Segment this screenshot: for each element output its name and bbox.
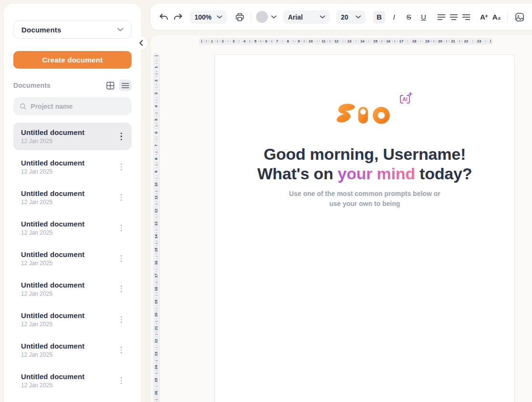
printer-icon	[235, 12, 245, 22]
undo-button[interactable]	[157, 11, 170, 23]
svg-text:AI: AI	[402, 96, 408, 102]
search-box[interactable]	[13, 97, 132, 115]
document-texts: Untitled document 12 Jan 2025	[21, 250, 84, 267]
zoom-dropdown[interactable]: 100%	[190, 10, 227, 24]
italic-button[interactable]: I	[388, 11, 400, 23]
document-page[interactable]: AI Good morning, Username! What's on you…	[215, 54, 515, 402]
greeting-line1: Good morning, Username!	[215, 144, 514, 164]
strikethrough-button[interactable]: S	[403, 11, 415, 23]
align-right-icon	[462, 14, 471, 21]
document-date: 12 Jan 2025	[21, 260, 84, 267]
document-title: Untitled document	[21, 311, 84, 320]
document-date: 12 Jan 2025	[21, 199, 84, 206]
greeting-line2: What's on your mind today?	[215, 164, 514, 184]
chevron-down-icon	[217, 15, 222, 19]
kebab-menu-icon[interactable]	[118, 223, 125, 233]
document-date: 12 Jan 2025	[21, 168, 84, 175]
ai-badge-icon: AI	[398, 92, 412, 106]
document-list-item[interactable]: Untitled document 12 Jan 2025	[13, 306, 132, 333]
kebab-menu-icon[interactable]	[118, 253, 125, 264]
text-color-dropdown[interactable]	[256, 11, 276, 23]
view-toggles	[104, 80, 132, 91]
font-size-value: 20	[341, 13, 348, 21]
zoom-value: 100%	[194, 13, 212, 21]
document-list-item[interactable]: Untitled document 12 Jan 2025	[13, 367, 132, 394]
document-title: Untitled document	[21, 220, 84, 228]
document-texts: Untitled document 12 Jan 2025	[21, 159, 84, 175]
document-texts: Untitled document 12 Jan 2025	[21, 311, 84, 328]
document-date: 12 Jan 2025	[21, 290, 84, 297]
document-date: 12 Jan 2025	[21, 138, 84, 144]
document-list-item[interactable]: Untitled document 12 Jan 2025	[13, 275, 132, 303]
document-list-item[interactable]: Untitled document 12 Jan 2025	[13, 184, 132, 211]
document-list-item[interactable]: Untitled document 12 Jan 2025	[13, 214, 132, 242]
document-list-item[interactable]: Untitled document 12 Jan 2025	[13, 153, 132, 181]
align-center-icon	[450, 14, 458, 21]
kebab-menu-icon[interactable]	[118, 162, 125, 172]
kebab-menu-icon[interactable]	[118, 131, 125, 142]
greeting-subtitle: Use one of the most common prompts below…	[215, 189, 514, 209]
documents-type-dropdown-label: Documents	[21, 26, 61, 34]
documents-type-dropdown[interactable]: Documents	[13, 21, 132, 39]
bold-button[interactable]: B	[373, 11, 385, 23]
underline-button[interactable]: U	[418, 11, 430, 23]
font-family-value: Arial	[288, 13, 303, 21]
kebab-menu-icon[interactable]	[118, 375, 125, 386]
document-date: 12 Jan 2025	[21, 229, 84, 236]
document-texts: Untitled document 12 Jan 2025	[21, 342, 84, 358]
zio-logo: AI	[335, 100, 394, 125]
document-title: Untitled document	[21, 281, 84, 289]
search-input[interactable]	[31, 103, 125, 110]
chevron-down-icon	[117, 28, 123, 31]
redo-icon	[173, 13, 183, 21]
font-size-dropdown[interactable]: 20	[336, 10, 366, 24]
create-document-button[interactable]: Create document	[13, 51, 132, 69]
redo-button[interactable]	[172, 11, 184, 23]
list-view-icon	[122, 82, 129, 89]
document-title: Untitled document	[21, 159, 84, 167]
print-button[interactable]	[234, 11, 246, 23]
document-title: Untitled document	[21, 342, 84, 350]
documents-section-label: Documents	[13, 82, 51, 89]
sidebar-collapse-button[interactable]	[134, 36, 148, 50]
document-title: Untitled document	[21, 189, 84, 197]
chevron-down-icon	[356, 15, 361, 19]
editor-canvas: 1234567891011121314151617181920212223 12…	[151, 35, 532, 402]
align-center-button[interactable]	[448, 11, 460, 23]
list-view-button[interactable]	[119, 80, 132, 91]
document-texts: Untitled document 12 Jan 2025	[21, 372, 84, 389]
toolbar-divider	[507, 11, 508, 23]
chevron-left-icon	[139, 40, 143, 46]
document-list-item[interactable]: Untitled document 12 Jan 2025	[13, 123, 132, 150]
chevron-down-icon	[320, 15, 325, 19]
subscript-button[interactable]: A₂	[491, 13, 502, 21]
insert-image-button[interactable]	[513, 11, 526, 23]
document-date: 12 Jan 2025	[21, 382, 84, 389]
chevron-down-icon	[271, 15, 276, 19]
document-texts: Untitled document 12 Jan 2025	[21, 281, 84, 297]
documents-section-header: Documents	[13, 79, 132, 92]
horizontal-ruler: 1234567891011121314151617181920212223	[199, 38, 493, 44]
sidebar: Documents Create document Documents Unti…	[4, 4, 141, 402]
document-texts: Untitled document 12 Jan 2025	[21, 128, 84, 144]
text-color-swatch-icon	[256, 11, 268, 23]
align-right-button[interactable]	[460, 11, 472, 23]
kebab-menu-icon[interactable]	[118, 314, 125, 325]
zio-logo-icon	[335, 100, 394, 125]
grid-view-icon	[106, 82, 114, 90]
vertical-ruler: 1234567891011121314151617181920212223242…	[153, 53, 160, 402]
document-list-item[interactable]: Untitled document 12 Jan 2025	[13, 336, 132, 364]
superscript-button[interactable]: A²	[479, 13, 489, 21]
kebab-menu-icon[interactable]	[118, 192, 125, 203]
document-list-item[interactable]: Untitled document 12 Jan 2025	[13, 245, 132, 272]
kebab-menu-icon[interactable]	[118, 284, 125, 294]
grid-view-button[interactable]	[104, 80, 116, 91]
font-family-dropdown[interactable]: Arial	[283, 10, 330, 24]
align-left-button[interactable]	[435, 11, 448, 23]
document-texts: Untitled document 12 Jan 2025	[21, 220, 84, 236]
document-title: Untitled document	[21, 250, 84, 258]
document-date: 12 Jan 2025	[21, 351, 84, 358]
kebab-menu-icon[interactable]	[118, 345, 125, 355]
undo-icon	[159, 13, 169, 21]
image-icon	[515, 12, 524, 22]
